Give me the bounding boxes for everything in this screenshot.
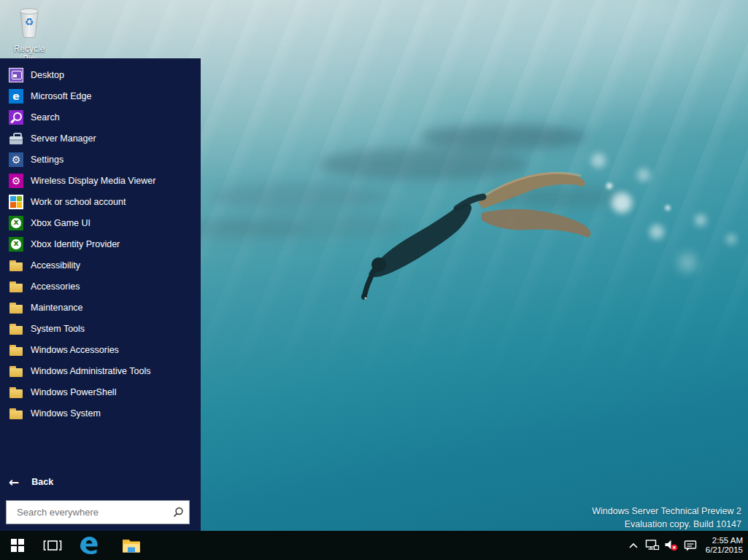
taskbar-clock[interactable]: 2:55 AM 6/21/2015 — [700, 531, 748, 560]
underwater-swimmer-art — [190, 88, 748, 394]
start-menu-item-label: Xbox Game UI — [31, 218, 90, 228]
start-menu-item-windows-accessories[interactable]: Windows Accessories — [0, 339, 201, 360]
folder-icon — [9, 343, 23, 357]
folder-icon — [9, 300, 23, 315]
desktop-screen: ♻ Recycle Bin Windows Server Technical P… — [0, 0, 748, 560]
start-menu-item-microsoft-edge[interactable]: e Microsoft Edge — [0, 85, 201, 106]
search-input[interactable] — [7, 501, 167, 524]
start-menu-item-accessibility[interactable]: Accessibility — [0, 254, 201, 276]
watermark-line1: Windows Server Technical Preview 2 — [592, 505, 741, 518]
volume-muted-icon — [664, 539, 679, 552]
start-menu-app-list: Desktop e Microsoft Edge Search Server M… — [0, 64, 201, 424]
start-menu-item-label: Work or school account — [31, 197, 126, 207]
start-menu-item-label: Search — [31, 112, 60, 122]
file-explorer-button[interactable] — [117, 531, 146, 560]
desktop-tile-icon — [9, 68, 23, 82]
watermark-line2: Evaluation copy. Build 10147 — [592, 518, 741, 532]
wireless-display-gear-icon: ⚙ — [9, 174, 23, 188]
start-menu-item-maintenance[interactable]: Maintenance — [0, 297, 201, 318]
start-menu-item-label: Windows Accessories — [31, 345, 119, 355]
evaluation-watermark: Windows Server Technical Preview 2 Evalu… — [592, 505, 741, 531]
svg-text:♻: ♻ — [25, 16, 34, 28]
start-menu-item-system-tools[interactable]: System Tools — [0, 318, 201, 339]
xbox-sphere-icon — [9, 216, 23, 230]
xbox-sphere-icon — [9, 237, 23, 252]
start-menu-item-server-manager[interactable]: Server Manager — [0, 128, 201, 149]
settings-gear-icon: ⚙ — [9, 152, 23, 167]
network-status-button[interactable] — [643, 531, 662, 560]
start-menu-item-label: Accessibility — [31, 260, 80, 271]
recycle-bin-icon: ♻ — [16, 6, 42, 39]
start-menu-item-label: Xbox Identity Provider — [31, 239, 120, 249]
windows-logo-icon — [11, 539, 24, 552]
recycle-bin[interactable]: ♻ Recycle Bin — [7, 6, 51, 64]
tray-expand-button[interactable] — [624, 531, 643, 560]
start-menu-item-label: Wireless Display Media Viewer — [31, 176, 155, 186]
folder-icon — [9, 258, 23, 273]
start-menu-item-label: Windows Administrative Tools — [31, 366, 150, 376]
start-menu-item-label: Desktop — [31, 70, 64, 80]
back-button[interactable]: ← Back — [0, 471, 53, 493]
clock-time: 2:55 AM — [706, 536, 743, 546]
folder-icon — [9, 322, 23, 336]
system-tray: 2:55 AM 6/21/2015 — [624, 531, 748, 560]
back-arrow-icon: ← — [9, 476, 19, 489]
start-menu-item-label: Accessories — [31, 281, 80, 292]
search-icon[interactable] — [167, 507, 189, 518]
folder-icon — [9, 279, 23, 294]
start-menu-item-desktop[interactable]: Desktop — [0, 64, 201, 85]
start-menu-item-label: Settings — [31, 155, 63, 165]
volume-muted-button[interactable] — [662, 531, 681, 560]
start-menu-panel: Desktop e Microsoft Edge Search Server M… — [0, 58, 201, 531]
start-menu-item-label: Windows PowerShell — [31, 387, 116, 397]
start-menu-item-xbox-identity-provider[interactable]: Xbox Identity Provider — [0, 233, 201, 254]
task-view-button[interactable] — [38, 531, 67, 560]
server-manager-toolbox-icon — [9, 131, 23, 146]
start-menu-item-windows-administrative-tools[interactable]: Windows Administrative Tools — [0, 360, 201, 381]
start-menu-item-xbox-game-ui[interactable]: Xbox Game UI — [0, 212, 201, 233]
folder-icon — [9, 385, 23, 400]
task-view-icon — [42, 539, 63, 552]
start-menu-item-work-or-school-account[interactable]: Work or school account — [0, 191, 201, 212]
edge-tile-icon: e — [9, 89, 23, 104]
start-menu-item-label: Windows System — [31, 408, 101, 419]
start-menu-item-label: Server Manager — [31, 133, 96, 144]
start-menu-item-windows-system[interactable]: Windows System — [0, 402, 201, 424]
action-center-icon — [684, 540, 697, 552]
chevron-up-icon — [628, 542, 639, 549]
action-center-button[interactable] — [681, 531, 700, 560]
microsoft-logo-icon — [9, 195, 23, 209]
back-label: Back — [31, 477, 53, 487]
taskbar: 2:55 AM 6/21/2015 — [0, 531, 748, 560]
clock-date: 6/21/2015 — [706, 545, 743, 556]
network-icon — [645, 539, 660, 552]
edge-taskbar-button[interactable] — [74, 531, 104, 560]
start-menu-item-settings[interactable]: ⚙ Settings — [0, 149, 201, 170]
start-menu-item-wireless-display-media-viewer[interactable]: ⚙ Wireless Display Media Viewer — [0, 170, 201, 191]
start-menu-item-search[interactable]: Search — [0, 106, 201, 128]
start-menu-item-label: System Tools — [31, 324, 85, 334]
start-menu-item-label: Microsoft Edge — [31, 91, 91, 101]
start-button[interactable] — [0, 531, 35, 560]
search-box — [6, 500, 190, 524]
start-menu-item-label: Maintenance — [31, 303, 83, 313]
start-menu-item-windows-powershell[interactable]: Windows PowerShell — [0, 381, 201, 402]
folder-icon — [9, 364, 23, 378]
file-explorer-icon — [121, 537, 142, 554]
search-tile-icon — [9, 110, 23, 125]
folder-icon — [9, 406, 23, 421]
edge-icon — [78, 534, 100, 556]
start-menu-item-accessories[interactable]: Accessories — [0, 276, 201, 297]
